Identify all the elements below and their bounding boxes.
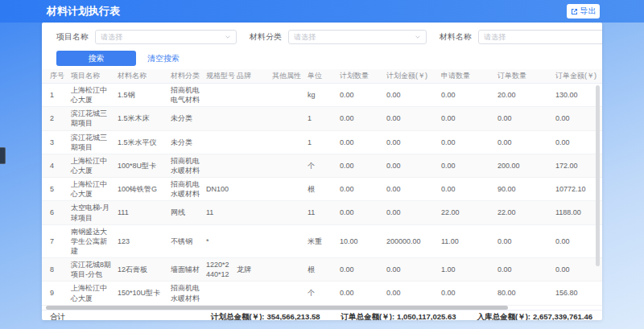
table-cell: 0.00 bbox=[336, 159, 383, 172]
table-cell: 0.00 bbox=[336, 183, 383, 195]
table-cell: 200000.00 bbox=[383, 235, 438, 248]
filter-bar: 项目名称 请选择 材料分类 请选择 材料名称 请选择 bbox=[42, 23, 602, 44]
table-cell: 22.00 bbox=[494, 206, 552, 219]
table-row[interactable]: 4上海松江中心大厦100*8U型卡招商机电水暖材料个0.000.000.0020… bbox=[42, 154, 602, 178]
column-header: 序号 bbox=[47, 71, 68, 80]
table-cell: 0.00 bbox=[552, 136, 602, 149]
export-button[interactable]: 导出 bbox=[567, 4, 600, 19]
table-cell: 0.00 bbox=[438, 159, 494, 172]
table-cell: 0.00 bbox=[494, 112, 552, 125]
table-cell: 0.00 bbox=[336, 136, 383, 149]
sidebar-collapse-handle[interactable] bbox=[0, 147, 6, 164]
column-header: 计划数量 bbox=[336, 71, 383, 80]
table-cell: 10772.10 bbox=[552, 183, 602, 195]
table-cell: 上海松江中心大厦 bbox=[68, 154, 114, 177]
table-cell bbox=[269, 268, 304, 271]
search-button[interactable]: 搜索 bbox=[56, 51, 136, 66]
table-cell bbox=[233, 292, 269, 295]
horizontal-scrollbar-track bbox=[45, 306, 596, 310]
export-icon bbox=[571, 8, 578, 15]
material-category-select[interactable]: 请选择 bbox=[288, 30, 427, 44]
chevron-down-icon bbox=[225, 34, 231, 40]
table-cell: 0.00 bbox=[552, 112, 602, 125]
table-cell: 156.80 bbox=[552, 286, 602, 299]
table-cell: 0.00 bbox=[494, 136, 552, 149]
table-cell: 1.5米木床 bbox=[114, 112, 167, 125]
table-cell: 墙面辅材 bbox=[167, 263, 203, 276]
table-cell: 123 bbox=[114, 235, 167, 248]
material-name-label: 材料名称 bbox=[440, 31, 472, 43]
table-cell: 0.00 bbox=[336, 263, 383, 276]
table-cell: 0.00 bbox=[438, 286, 494, 299]
horizontal-scrollbar[interactable] bbox=[46, 306, 508, 310]
table-cell: 网线 bbox=[167, 206, 203, 219]
table-cell bbox=[269, 240, 304, 243]
page-title: 材料计划执行表 bbox=[47, 0, 120, 23]
table-row[interactable]: 3滨江花城三期项目1.5米水平仪未分类10.000.000.000.000.00 bbox=[42, 131, 602, 154]
table-row[interactable]: 9上海松江中心大厦150*10U型卡招商机电水暖材料个0.000.000.008… bbox=[42, 282, 602, 305]
table-cell: 招商机电电气材料 bbox=[167, 84, 203, 106]
summary-totals: 计划总金额(￥):354,566,213.58 订单总金额(￥):1,050,1… bbox=[211, 312, 592, 320]
table-cell bbox=[233, 164, 269, 167]
table-cell: 172.00 bbox=[552, 159, 602, 172]
table-cell: 根 bbox=[304, 263, 336, 276]
table-cell: 太空电梯-月球项目 bbox=[68, 201, 114, 224]
table-cell: 0.00 bbox=[438, 183, 494, 195]
table-cell: 0.00 bbox=[383, 183, 438, 195]
table-cell bbox=[203, 164, 233, 167]
table-cell: 0.00 bbox=[438, 88, 494, 101]
table-row[interactable]: 8滨江花城8期项目-分包12石膏板墙面辅材1220*2440*12龙牌根0.00… bbox=[42, 258, 602, 282]
table-cell: 上海松江中心大厦 bbox=[68, 178, 114, 200]
table-row[interactable]: 7南钢盛达大学生公寓新建123不锈钢*米重10.00200000.0011.00… bbox=[42, 225, 602, 258]
table-cell: 0.00 bbox=[383, 263, 438, 276]
table-cell: kg bbox=[304, 88, 336, 101]
table-row[interactable]: 2滨江花城三期项目1.5米木床未分类10.000.000.000.000.00 bbox=[42, 107, 602, 130]
material-name-placeholder: 请选择 bbox=[484, 32, 506, 43]
table-cell bbox=[203, 117, 233, 120]
table-cell: 11 bbox=[304, 206, 336, 219]
table-cell: 0.00 bbox=[494, 263, 552, 276]
project-name-select[interactable]: 请选择 bbox=[95, 30, 237, 44]
table-cell bbox=[233, 187, 269, 191]
column-header: 材料分类 bbox=[167, 71, 203, 80]
table-cell: 1 bbox=[304, 136, 336, 149]
table-body: 1上海松江中心大厦1.5钢招商机电电气材料kg0.000.000.0020.00… bbox=[42, 84, 602, 306]
column-header: 项目名称 bbox=[68, 71, 114, 80]
table-cell bbox=[233, 141, 269, 144]
table-cell bbox=[203, 292, 233, 295]
table-cell: 11 bbox=[203, 206, 233, 219]
content-card: 项目名称 请选择 材料分类 请选择 材料名称 请选择 搜索 清空搜索 序号项目名… bbox=[42, 23, 602, 320]
table-cell: 6 bbox=[47, 206, 68, 219]
table-cell: 3 bbox=[47, 136, 68, 149]
table-cell: 100*8U型卡 bbox=[114, 159, 167, 172]
table-cell bbox=[269, 164, 304, 167]
table-cell: 20.00 bbox=[494, 88, 552, 101]
table-cell: 1188.00 bbox=[552, 206, 602, 219]
table-cell: 5 bbox=[47, 183, 68, 195]
table-header-row: 序号项目名称材料名称材料分类规格型号品牌其他属性单位计划数量计划金额(￥)申请数… bbox=[42, 69, 602, 84]
table-cell: 200.00 bbox=[494, 159, 552, 172]
table-cell: 111 bbox=[114, 206, 167, 219]
table-cell: 0.00 bbox=[552, 235, 602, 248]
table-cell: 上海松江中心大厦 bbox=[68, 282, 114, 304]
table-cell: 0.00 bbox=[383, 286, 438, 299]
vertical-scrollbar[interactable] bbox=[596, 85, 600, 266]
table-cell: 0.00 bbox=[552, 263, 602, 276]
material-name-select[interactable]: 请选择 bbox=[478, 30, 602, 44]
table-cell: 1.00 bbox=[438, 263, 494, 276]
table-cell: 150*10U型卡 bbox=[114, 286, 167, 299]
clear-search-button[interactable]: 清空搜索 bbox=[147, 53, 180, 64]
table-cell: 11.00 bbox=[438, 235, 494, 248]
table-cell: 滨江花城8期项目-分包 bbox=[68, 258, 114, 281]
table-row[interactable]: 1上海松江中心大厦1.5钢招商机电电气材料kg0.000.000.0020.00… bbox=[42, 84, 602, 107]
export-button-label: 导出 bbox=[580, 6, 597, 17]
table-cell: 100铸铁管G bbox=[114, 183, 167, 195]
table-cell bbox=[269, 117, 304, 120]
table-cell bbox=[269, 93, 304, 97]
project-name-label: 项目名称 bbox=[56, 31, 89, 43]
table-cell: 0.00 bbox=[336, 286, 383, 299]
table-row[interactable]: 6太空电梯-月球项目111网线11110.000.0022.0022.00118… bbox=[42, 201, 602, 224]
table-row[interactable]: 5上海松江中心大厦100铸铁管G招商机电水暖材料DN100根0.000.000.… bbox=[42, 178, 602, 201]
table-cell: 12石膏板 bbox=[114, 263, 167, 276]
table-cell: 1 bbox=[304, 112, 336, 125]
